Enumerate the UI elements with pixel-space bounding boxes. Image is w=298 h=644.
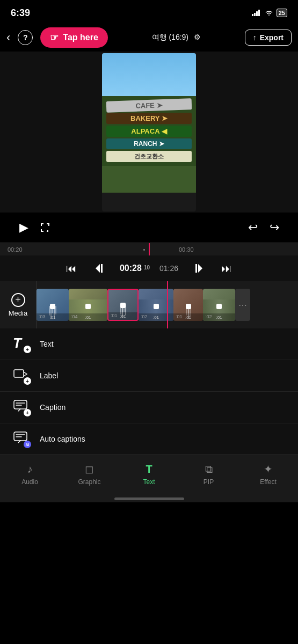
media-add-button[interactable]: + Media <box>0 281 37 328</box>
video-sky <box>102 53 196 96</box>
clip-6[interactable]: :02 :01 <box>203 289 235 321</box>
caption-tool-icon-area: + <box>13 398 31 416</box>
svg-rect-7 <box>195 264 197 273</box>
toolbar-left: ‹ ? ☞ Tap here <box>6 27 108 48</box>
label-tool-item[interactable]: + Label <box>0 360 298 392</box>
signal-icon <box>252 10 261 16</box>
help-button[interactable]: ? <box>18 30 33 45</box>
caption-badge: + <box>24 409 31 416</box>
ruler-mark-mid: • <box>143 246 145 253</box>
timecode-display: 00:28 10 <box>120 264 150 273</box>
status-bar: 6:39 25 <box>0 0 298 24</box>
clip-1[interactable]: :03 :01 <box>37 289 69 321</box>
battery-icon: 25 <box>277 9 287 17</box>
ruler-mark-start: 00:20 <box>8 246 23 253</box>
effect-label: Effect <box>260 478 276 486</box>
prev-frame-icon <box>95 263 106 274</box>
expand-button[interactable] <box>34 217 56 238</box>
svg-rect-0 <box>252 14 253 16</box>
skip-to-end-button[interactable]: ⏭ <box>217 259 236 278</box>
graphic-label: Graphic <box>78 478 100 486</box>
svg-marker-6 <box>198 264 202 273</box>
wifi-icon <box>265 10 273 16</box>
clip-3-active[interactable]: :01 :01 <box>107 289 139 321</box>
svg-rect-5 <box>101 264 103 273</box>
finger-icon: ☞ <box>50 32 59 43</box>
next-frame-icon <box>192 263 203 274</box>
svg-rect-9 <box>14 400 27 409</box>
svg-marker-4 <box>96 264 100 273</box>
svg-rect-8 <box>14 370 24 377</box>
text-tool-icon-area: T + <box>13 335 31 353</box>
status-icons: 25 <box>252 9 287 17</box>
svg-rect-2 <box>256 11 258 16</box>
skip-to-start-button[interactable]: ⏮ <box>62 259 81 278</box>
auto-captions-tool-item[interactable]: AI Auto captions <box>0 423 298 455</box>
nav-pip[interactable]: ⧉ PIP <box>179 455 238 493</box>
label-tool-icon-area: + <box>13 367 31 385</box>
sign-korean: 건초교환소 <box>106 151 192 162</box>
top-toolbar: ‹ ? ☞ Tap here 여행 (16:9) ⚙ ↑ Export <box>0 24 298 52</box>
expand-icon <box>39 221 52 234</box>
back-button[interactable]: ‹ <box>6 31 10 45</box>
label-badge: + <box>24 377 31 385</box>
more-clips-indicator: ⋯ <box>235 289 250 321</box>
bottom-nav: ♪ Audio ◻ Graphic T Text ⧉ PIP ✦ Effect <box>0 455 298 493</box>
timeline-ruler: 00:20 • 00:30 <box>0 243 298 255</box>
caption-tool-label: Caption <box>40 403 66 412</box>
svg-rect-1 <box>254 13 256 16</box>
text-tool-item[interactable]: T + Text <box>0 328 298 360</box>
video-preview: CAFE ➤ BAKERY ➤ ALPACA ◀ RANCH ➤ 건초교환소 <box>0 52 298 213</box>
timeline-track: + Media :03 :01 :04 :01 <box>0 281 298 328</box>
video-frame: CAFE ➤ BAKERY ➤ ALPACA ◀ RANCH ➤ 건초교환소 <box>102 53 196 211</box>
clip-4[interactable]: :02 :01 <box>139 289 173 321</box>
sign-alpaca: ALPACA ◀ <box>106 126 192 137</box>
prev-frame-button[interactable] <box>91 259 110 278</box>
home-bar <box>114 497 184 500</box>
export-button[interactable]: ↑ Export <box>245 30 292 46</box>
video-bottom <box>102 166 196 193</box>
auto-captions-badge: AI <box>24 441 31 448</box>
nav-effect[interactable]: ✦ Effect <box>238 455 298 493</box>
settings-icon[interactable]: ⚙ <box>194 33 201 41</box>
text-tool-label: Text <box>40 340 54 348</box>
text-icon: T <box>13 335 21 351</box>
nav-graphic[interactable]: ◻ Graphic <box>60 455 119 493</box>
pip-icon: ⧉ <box>205 463 213 475</box>
text-badge: + <box>24 346 31 353</box>
auto-captions-tool-icon-area: AI <box>13 430 31 448</box>
label-tool-label: Label <box>40 371 58 380</box>
nav-text[interactable]: T Text <box>119 455 179 493</box>
video-signs: CAFE ➤ BAKERY ➤ ALPACA ◀ RANCH ➤ 건초교환소 <box>102 96 196 166</box>
caption-tool-item[interactable]: + Caption <box>0 392 298 423</box>
playback-controls: ▶ ↩ ↪ <box>0 213 298 243</box>
media-label: Media <box>9 309 27 317</box>
audio-icon: ♪ <box>27 463 33 475</box>
sign-cafe: CAFE ➤ <box>106 98 192 113</box>
tools-panel: T + Text + Label <box>0 328 298 455</box>
play-button[interactable]: ▶ <box>13 217 34 238</box>
project-title-area: 여행 (16:9) ⚙ <box>152 33 201 42</box>
svg-rect-10 <box>14 432 27 441</box>
pip-label: PIP <box>203 478 214 486</box>
tap-here-button[interactable]: ☞ Tap here <box>40 27 108 48</box>
text-nav-label: Text <box>143 478 155 486</box>
export-up-icon: ↑ <box>253 33 257 42</box>
svg-rect-3 <box>258 10 260 16</box>
playhead-track <box>167 281 168 328</box>
ruler-mark-end: 00:30 <box>179 246 194 253</box>
timecode-total: 01:26 <box>159 264 178 273</box>
clip-5[interactable]: :01 :01 <box>173 289 203 321</box>
undo-button[interactable]: ↩ <box>242 217 264 238</box>
toolbar-right: ↑ Export <box>245 30 292 46</box>
audio-label: Audio <box>21 478 38 486</box>
graphic-icon: ◻ <box>85 463 94 475</box>
effect-icon: ✦ <box>264 463 273 475</box>
redo-button[interactable]: ↪ <box>264 217 285 238</box>
nav-audio[interactable]: ♪ Audio <box>0 455 60 493</box>
transport-bar: ⏮ 00:28 10 01:26 ⏭ <box>0 255 298 281</box>
auto-captions-tool-label: Auto captions <box>40 435 85 443</box>
next-frame-button[interactable] <box>188 259 207 278</box>
track-clips[interactable]: :03 :01 :04 :01 :01 :01 <box>37 281 298 328</box>
clip-2[interactable]: :04 :01 <box>69 289 107 321</box>
